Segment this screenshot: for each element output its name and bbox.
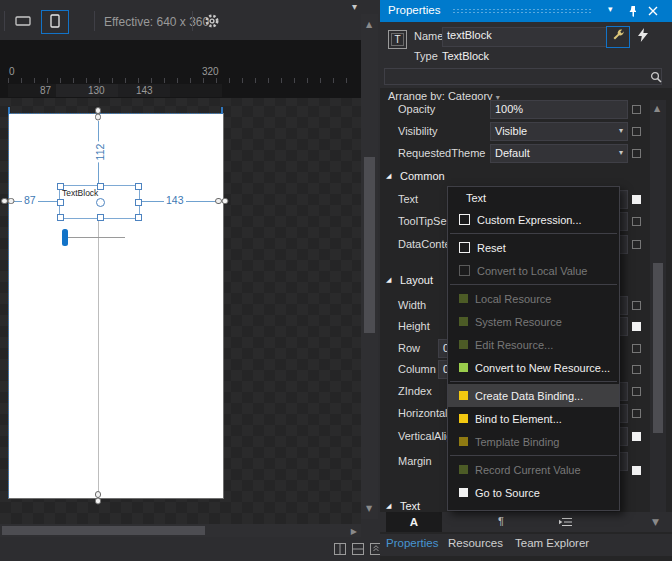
- properties-vertical-scrollbar[interactable]: ▲: [650, 100, 666, 512]
- menu-item-template-binding: Template Binding: [448, 430, 619, 453]
- close-icon[interactable]: [648, 6, 658, 18]
- opacity-field[interactable]: 100%: [490, 100, 628, 119]
- resize-handle[interactable]: [57, 199, 64, 206]
- text-flow-tab[interactable]: [558, 517, 573, 529]
- pin-icon[interactable]: [628, 5, 638, 19]
- resize-handle[interactable]: [57, 214, 64, 221]
- slider-thumb[interactable]: [62, 229, 68, 246]
- context-menu-header: Text: [448, 189, 619, 208]
- property-marker[interactable]: [632, 387, 641, 396]
- tab-resources[interactable]: Resources: [448, 537, 503, 549]
- adorner-tick: [8, 107, 10, 114]
- selected-textblock[interactable]: TextBlock: [59, 185, 140, 219]
- property-marker[interactable]: [632, 365, 641, 374]
- wrench-icon: [611, 29, 625, 45]
- resize-handle[interactable]: [135, 214, 142, 221]
- visibility-dropdown[interactable]: Visible ▾: [490, 122, 628, 141]
- property-marker[interactable]: [632, 149, 641, 158]
- grid-segment-strip: 87 130 143: [8, 84, 222, 97]
- horizontal-split-icon[interactable]: [352, 543, 364, 557]
- menu-item-local-resource: Local Resource: [448, 287, 619, 310]
- menu-item-custom-expression[interactable]: Custom Expression...: [448, 208, 619, 231]
- textblock-type-icon: T: [388, 30, 407, 49]
- scroll-down-icon[interactable]: ▼: [652, 517, 659, 527]
- horizontal-scroll-thumb[interactable]: [2, 526, 205, 535]
- property-label: Column: [398, 363, 436, 375]
- property-search-input[interactable]: [384, 68, 662, 85]
- center-anchor-handle[interactable]: [96, 198, 105, 207]
- menu-item-bind-to-element[interactable]: Bind to Element...: [448, 407, 619, 430]
- property-marker[interactable]: [632, 301, 641, 310]
- vertical-split-icon[interactable]: [334, 543, 346, 557]
- device-settings-button[interactable]: [198, 10, 226, 34]
- property-label: ToolTipSer: [398, 215, 450, 227]
- properties-view-button[interactable]: [606, 26, 630, 48]
- property-marker[interactable]: [632, 466, 641, 475]
- menu-item-edit-resource: Edit Resource...: [448, 333, 619, 356]
- events-view-button[interactable]: [632, 26, 654, 46]
- vertical-scroll-thumb[interactable]: [364, 157, 375, 333]
- design-surface[interactable]: 0 320 87 130 143: [0, 40, 361, 524]
- menu-item-record-current-value: Record Current Value: [448, 458, 619, 481]
- property-marker[interactable]: [632, 195, 641, 204]
- adorner-tick: [221, 107, 223, 114]
- property-marker[interactable]: [632, 322, 641, 331]
- property-label: VerticalAlig: [398, 430, 452, 442]
- menu-item-label: Create Data Binding...: [475, 390, 583, 402]
- right-anchor-chain-icon[interactable]: [215, 196, 229, 208]
- property-marker[interactable]: [632, 217, 641, 226]
- menu-item-label: Local Resource: [475, 293, 551, 305]
- landscape-orientation-button[interactable]: [9, 10, 37, 34]
- resize-handle[interactable]: [57, 183, 64, 190]
- property-marker[interactable]: [632, 127, 641, 136]
- property-marker[interactable]: [632, 432, 641, 441]
- requestedtheme-dropdown[interactable]: Default ▾: [490, 144, 628, 163]
- menu-item-reset[interactable]: Reset: [448, 236, 619, 259]
- portrait-orientation-button[interactable]: [41, 10, 69, 34]
- checkbox-outline-icon: [459, 214, 470, 225]
- menu-separator: [450, 284, 617, 285]
- toolbar-separator: [94, 11, 95, 31]
- property-label: Margin: [398, 455, 432, 467]
- paragraph-formatting-tab[interactable]: ¶: [498, 515, 504, 527]
- resize-handle[interactable]: [97, 183, 104, 190]
- right-margin-value: 143: [164, 194, 186, 206]
- top-anchor-chain-icon[interactable]: [93, 107, 103, 123]
- name-input[interactable]: textBlock: [442, 27, 610, 47]
- menu-item-convert-to-new-resource[interactable]: Convert to New Resource...: [448, 356, 619, 379]
- window-position-icon[interactable]: ▾: [608, 4, 613, 14]
- resize-handle[interactable]: [135, 199, 142, 206]
- resource-swatch-icon: [459, 340, 468, 349]
- pane-title: Properties: [388, 4, 440, 16]
- left-anchor-chain-icon[interactable]: [1, 196, 15, 208]
- resize-handle[interactable]: [97, 214, 104, 221]
- properties-scroll-thumb[interactable]: [653, 263, 663, 433]
- slider-track[interactable]: [63, 237, 125, 238]
- designer-vertical-scrollbar[interactable]: ▲ ▼: [361, 14, 378, 519]
- menu-item-go-to-source[interactable]: Go to Source: [448, 481, 619, 504]
- property-label: ZIndex: [398, 385, 432, 397]
- menu-separator: [450, 233, 617, 234]
- property-marker[interactable]: [632, 240, 641, 249]
- tab-properties[interactable]: Properties: [386, 537, 438, 549]
- blend-designer-window: Effective: 640 x 360 ▾ 0 320 87 130 143: [0, 0, 672, 561]
- portrait-icon: [49, 14, 61, 30]
- tab-team-explorer[interactable]: Team Explorer: [515, 537, 589, 549]
- properties-titlebar[interactable]: Properties ▾: [380, 0, 672, 22]
- scroll-right-icon[interactable]: ▶: [351, 527, 357, 536]
- designer-horizontal-scrollbar[interactable]: ▶: [0, 524, 361, 537]
- menu-item-create-data-binding[interactable]: Create Data Binding...: [448, 384, 619, 407]
- bottom-anchor-chain-icon[interactable]: [93, 491, 103, 507]
- scroll-down-icon[interactable]: ▼: [366, 504, 372, 513]
- scroll-up-icon[interactable]: ▲: [654, 104, 660, 113]
- artboard[interactable]: 112 87 143: [8, 113, 224, 499]
- property-marker[interactable]: [632, 105, 641, 114]
- property-marker[interactable]: [632, 409, 641, 418]
- section-common[interactable]: ◢ Common: [380, 168, 672, 186]
- character-formatting-tab[interactable]: A: [386, 512, 442, 532]
- ruler: 0 320 87 130 143: [0, 40, 361, 98]
- resize-handle[interactable]: [135, 183, 142, 190]
- pane-menu-arrow[interactable]: ▾: [352, 1, 357, 12]
- property-marker[interactable]: [632, 344, 641, 353]
- scroll-up-icon[interactable]: ▲: [366, 20, 372, 29]
